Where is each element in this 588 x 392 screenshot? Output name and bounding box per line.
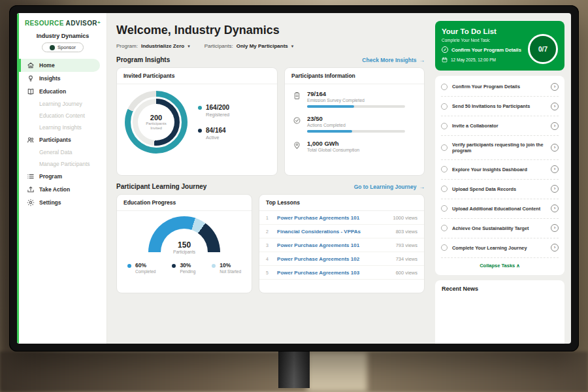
location-pin-icon [293,140,301,149]
background-panel [307,351,367,392]
chevron-right-icon[interactable]: › [551,185,559,193]
sidebar-item-learning-insights[interactable]: Learning Insights [19,122,106,133]
education-progress-card: Education Progress 150 Participants [116,194,252,293]
chevron-right-icon[interactable]: › [551,144,559,152]
app-logo: RESOURCE ADVISOR+ [19,20,106,27]
task-checkbox[interactable] [441,84,448,90]
stat-label: Emission Survey Completed [307,98,405,103]
task-row[interactable]: Achieve One Sustainability Target › [441,219,559,238]
sidebar-item-program[interactable]: Program [19,170,106,183]
task-label: Upload Additional Educational Content [452,206,546,212]
sidebar-item-label: Settings [39,199,61,206]
chevron-right-icon[interactable]: › [551,103,559,110]
lesson-views: 734 views [396,256,417,262]
lesson-link[interactable]: Power Purchase Agreements 101 [277,242,391,248]
sidebar-item-participants[interactable]: Participants [19,133,106,146]
sidebar-item-label: Learning Insights [39,124,82,131]
learning-journey-header: Participant Learning Journey Go to Learn… [116,183,425,190]
task-checkbox[interactable] [441,244,448,251]
chevron-right-icon[interactable]: › [551,165,559,173]
insights-cards-row: Invited Participants 200 Participants In… [116,67,425,176]
task-checkbox[interactable] [441,225,448,231]
task-checkbox[interactable] [441,166,448,172]
task-row[interactable]: Explore Your Insights Dashboard › [441,160,559,180]
sidebar-item-label: Learning Journey [39,101,82,107]
home-icon [27,61,35,69]
sidebar-item-general-data[interactable]: General Data [19,146,106,158]
sponsor-label: Sponsor [57,44,76,50]
check-more-insights-link[interactable]: Check More Insights → [362,57,425,63]
task-checkbox[interactable] [441,205,448,212]
active-ring: 200 Participants Invited [131,97,182,148]
sidebar-item-label: Insights [39,75,61,82]
sidebar-item-take-action[interactable]: Take Action [19,183,106,196]
lesson-link[interactable]: Financial Considerations - VPPAs [277,229,391,235]
card-title: Top Lessons [259,195,424,211]
task-checkbox[interactable] [441,144,448,151]
task-checkbox[interactable] [441,123,448,129]
stat-value: 79/164 [307,90,405,97]
chevron-right-icon[interactable]: › [551,224,559,232]
task-checkbox[interactable] [441,186,448,192]
logo-plus: + [97,20,101,25]
lesson-link[interactable]: Power Purchase Agreements 101 [277,215,387,221]
task-row[interactable]: Verify participants requesting to join t… [441,136,559,160]
collapse-tasks-button[interactable]: Collapse Tasks ∧ [441,258,559,274]
legend-label: Completed [135,269,155,274]
sidebar-item-settings[interactable]: Settings [19,196,106,209]
task-row[interactable]: Send 50 Invitations to Participants › [441,97,559,116]
lesson-link[interactable]: Power Purchase Agreements 102 [277,256,391,262]
sidebar-item-insights[interactable]: Insights [19,72,106,85]
legend-label: Active [206,135,226,140]
stat-value: 1,000 GWh [307,140,359,147]
screen: RESOURCE ADVISOR+ Industry Dynamics Spon… [17,13,571,344]
chevron-right-icon[interactable]: › [551,204,559,212]
task-row[interactable]: Confirm Your Program Details › [441,77,559,97]
task-label: Achieve One Sustainability Target [452,225,546,231]
org-name: Industry Dynamics [19,33,106,39]
participants-filter[interactable]: Participants: Only My Participants ▾ [204,43,294,49]
lesson-rank: 4 [266,257,272,261]
sidebar-item-home[interactable]: Home [19,59,100,72]
todo-tasks-card: Confirm Your Program Details › Send 50 I… [435,76,564,275]
main-content: Welcome, Industry Dynamics Program: Indu… [107,13,433,344]
chevron-right-icon[interactable]: › [551,244,559,252]
stat-emission-survey: 79/164 Emission Survey Completed [293,90,416,108]
check-circle-icon: ✓ [442,46,448,53]
sidebar-item-label: Manage Participants [39,161,90,167]
recent-news-title: Recent News [442,286,558,292]
sidebar-item-learning-journey[interactable]: Learning Journey [19,98,106,110]
legend-dot [172,264,176,268]
invited-participants-card: Invited Participants 200 Participants In… [116,67,278,176]
task-checkbox[interactable] [441,103,448,110]
task-row[interactable]: Complete Your Learning Journey › [441,238,559,258]
todo-panel: Your To Do List Complete Your Next Task:… [433,13,571,344]
task-row[interactable]: Upload Additional Educational Content › [441,199,559,219]
program-filter-value: Industrialize Zero [141,43,184,49]
program-filter[interactable]: Program: Industrialize Zero ▾ [116,43,190,49]
todo-header-card: Your To Do List Complete Your Next Task:… [435,21,564,71]
task-row[interactable]: Upload Spend Data Records › [441,180,559,199]
legend-label: Pending [180,269,195,274]
sidebar-item-label: Education Content [39,112,85,119]
todo-progress-ring: 0/7 [528,34,558,64]
task-label: Send 50 Invitations to Participants [452,103,546,109]
legend-value: 10% [220,262,241,269]
sidebar-item-education-content[interactable]: Education Content [19,110,106,122]
sidebar-item-education[interactable]: Education [19,85,106,98]
lesson-rank: 3 [266,243,272,248]
sidebar-item-manage-participants[interactable]: Manage Participants [19,158,106,170]
go-to-learning-journey-link[interactable]: Go to Learning Journey → [354,184,425,190]
task-row[interactable]: Invite a Collaborator › [441,116,559,136]
sidebar-item-label: General Data [39,149,73,155]
recent-news-card: Recent News [435,280,564,344]
card-title: Education Progress [117,195,252,211]
chevron-right-icon[interactable]: › [551,122,559,130]
link-label: Go to Learning Journey [354,184,417,190]
stat-value: 23/50 [307,115,405,122]
stat-global-consumption: 1,000 GWh Total Global Consumption [293,140,416,152]
lesson-link[interactable]: Power Purchase Agreements 103 [277,270,391,276]
card-title: Invited Participants [117,68,277,84]
chevron-right-icon[interactable]: › [551,83,559,91]
gauge-value: 150 [173,240,195,250]
